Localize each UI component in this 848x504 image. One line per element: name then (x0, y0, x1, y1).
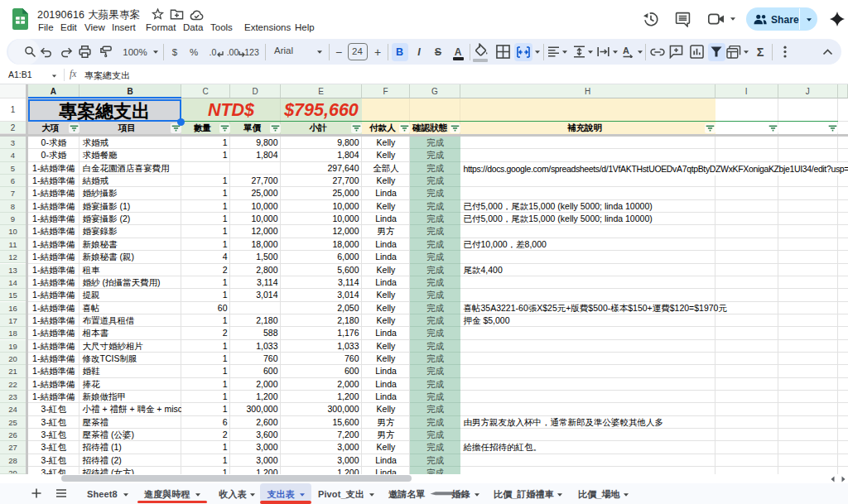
svg-text:A: A (623, 46, 629, 55)
